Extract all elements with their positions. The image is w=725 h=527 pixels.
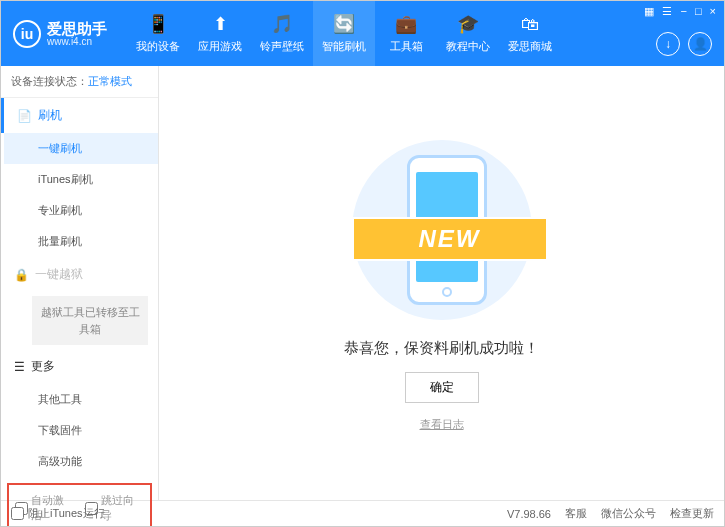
close-icon[interactable]: × bbox=[710, 5, 716, 18]
new-banner: NEW bbox=[352, 217, 548, 261]
nav-icon: 🛍 bbox=[521, 14, 539, 35]
block-itunes-checkbox[interactable]: 阻止iTunes运行 bbox=[11, 506, 105, 521]
footer-link-support[interactable]: 客服 bbox=[565, 506, 587, 521]
sidebar-item-专业刷机[interactable]: 专业刷机 bbox=[4, 195, 158, 226]
sidebar-group-jailbreak[interactable]: 🔒 一键越狱 bbox=[4, 257, 158, 292]
lock-icon: 🔒 bbox=[14, 268, 29, 282]
footer-link-update[interactable]: 检查更新 bbox=[670, 506, 714, 521]
sidebar-item-高级功能[interactable]: 高级功能 bbox=[4, 446, 158, 477]
nav-icon: 🎵 bbox=[271, 13, 293, 35]
sidebar: 设备连接状态：正常模式 📄 刷机 一键刷机iTunes刷机专业刷机批量刷机 🔒 … bbox=[1, 66, 159, 500]
success-message: 恭喜您，保资料刷机成功啦！ bbox=[344, 339, 539, 358]
top-nav-教程中心[interactable]: 🎓教程中心 bbox=[437, 1, 499, 66]
logo-area: iu 爱思助手 www.i4.cn bbox=[13, 20, 107, 48]
nav-icon: ⬆ bbox=[213, 13, 228, 35]
success-illustration: NEW bbox=[342, 135, 542, 325]
minimize-icon[interactable]: − bbox=[680, 5, 686, 18]
logo-icon: iu bbox=[13, 20, 41, 48]
sidebar-item-批量刷机[interactable]: 批量刷机 bbox=[4, 226, 158, 257]
menu-icon[interactable]: ☰ bbox=[662, 5, 672, 18]
window-controls: ▦ ☰ − □ × bbox=[644, 5, 716, 18]
top-nav: 📱我的设备⬆应用游戏🎵铃声壁纸🔄智能刷机💼工具箱🎓教程中心🛍爱思商城 bbox=[127, 1, 561, 66]
sidebar-item-下载固件[interactable]: 下载固件 bbox=[4, 415, 158, 446]
version-label: V7.98.66 bbox=[507, 508, 551, 520]
top-nav-我的设备[interactable]: 📱我的设备 bbox=[127, 1, 189, 66]
app-url: www.i4.cn bbox=[47, 36, 107, 47]
footer-link-wechat[interactable]: 微信公众号 bbox=[601, 506, 656, 521]
ok-button[interactable]: 确定 bbox=[405, 372, 479, 403]
view-log-link[interactable]: 查看日志 bbox=[420, 417, 464, 432]
top-nav-工具箱[interactable]: 💼工具箱 bbox=[375, 1, 437, 66]
main-content: NEW 恭喜您，保资料刷机成功啦！ 确定 查看日志 bbox=[159, 66, 724, 500]
nav-icon: 🎓 bbox=[457, 13, 479, 35]
download-button[interactable]: ↓ bbox=[656, 32, 680, 56]
list-icon: ☰ bbox=[14, 360, 25, 374]
sidebar-group-more[interactable]: ☰ 更多 bbox=[4, 349, 158, 384]
sidebar-item-其他工具[interactable]: 其他工具 bbox=[4, 384, 158, 415]
nav-icon: 📱 bbox=[147, 13, 169, 35]
sidebar-item-一键刷机[interactable]: 一键刷机 bbox=[4, 133, 158, 164]
sidebar-group-flash[interactable]: 📄 刷机 bbox=[1, 98, 158, 133]
top-nav-应用游戏[interactable]: ⬆应用游戏 bbox=[189, 1, 251, 66]
header-bar: iu 爱思助手 www.i4.cn 📱我的设备⬆应用游戏🎵铃声壁纸🔄智能刷机💼工… bbox=[1, 1, 724, 66]
top-nav-铃声壁纸[interactable]: 🎵铃声壁纸 bbox=[251, 1, 313, 66]
maximize-icon[interactable]: □ bbox=[695, 5, 702, 18]
user-button[interactable]: 👤 bbox=[688, 32, 712, 56]
device-status: 设备连接状态：正常模式 bbox=[1, 66, 158, 98]
app-title: 爱思助手 bbox=[47, 21, 107, 36]
nav-icon: 🔄 bbox=[333, 13, 355, 35]
top-nav-智能刷机[interactable]: 🔄智能刷机 bbox=[313, 1, 375, 66]
top-nav-爱思商城[interactable]: 🛍爱思商城 bbox=[499, 1, 561, 66]
nav-icon: 💼 bbox=[395, 13, 417, 35]
document-icon: 📄 bbox=[17, 109, 32, 123]
jailbreak-note: 越狱工具已转移至工具箱 bbox=[32, 296, 148, 345]
sidebar-item-iTunes刷机[interactable]: iTunes刷机 bbox=[4, 164, 158, 195]
cart-icon[interactable]: ▦ bbox=[644, 5, 654, 18]
